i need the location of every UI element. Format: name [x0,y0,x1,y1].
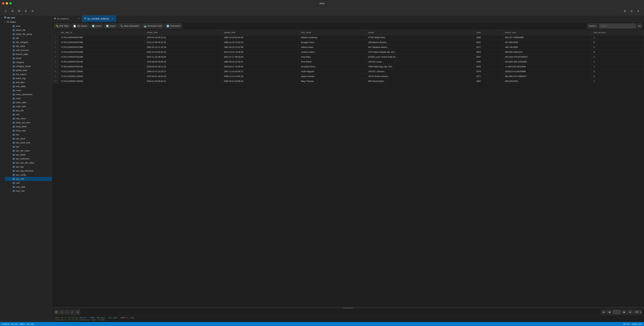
data-generation-button[interactable]: 🔧 Data Generation [118,23,141,28]
search-input[interactable] [599,23,636,28]
sidebar-table-order_addr[interactable]: › order_addr [5,100,52,104]
cell-avatar[interactable]: 136 Warren Branch... [366,40,474,45]
cell-sys_user_id[interactable]: 7175121450343337986 [59,45,144,50]
cell-avatar[interactable]: USCGC Lewis... [366,59,474,64]
bookmarks-button[interactable] [23,8,29,14]
sidebar-table-user_role[interactable]: › user_role [5,189,52,193]
sidebar-table-role[interactable]: › role [5,113,52,117]
tab2-close-button[interactable]: ✕ [111,17,114,20]
cell-phone_num[interactable]: 001-634-470-6279x0017 [503,55,592,59]
cell-phone_num[interactable]: 658.859.1991x525 [503,50,592,55]
cell-code[interactable]: 2004 [474,64,503,69]
col-create_time[interactable]: create_time [144,30,222,35]
sidebar-table-sys_user[interactable]: › sys_user [5,177,52,181]
cell-nick_name[interactable]: Adrian Evans [299,45,366,50]
sidebar-table-auth_account[interactable]: › auth_account [5,48,52,52]
sidebar-table-spu_sku_attr_value[interactable]: › spu_sku_attr_value [5,161,52,165]
cell-update_time[interactable]: 1995-09-22 22:45:01 [222,59,299,64]
cell-code[interactable]: 1977 [474,45,503,50]
sidebar-table-spu_tag_reference[interactable]: › spu_tag_reference [5,169,52,173]
table-row[interactable]: 2 7175121450343337985 2013-12-08 04:21:0… [52,40,644,45]
cell-avatar[interactable]: 3174 Glenn Rapids Apt. 223... [366,50,474,55]
edit-table-button[interactable]: ✏️ Edit Table [54,23,70,28]
cell-create_time[interactable]: 2019-03-23 19:13:22 [144,64,222,69]
cell-avatar[interactable]: 43714 Green Greens... [366,74,474,79]
cell-update_time[interactable]: 2010-10-31 19:46:45 [222,50,299,55]
table-row[interactable]: 10 7175121450351726594 2019-11-29 06:04:… [52,79,644,84]
sidebar-table-shop_cart_item[interactable]: › shop_cart_item [5,121,52,125]
cell-nick_name[interactable]: Amanda Flores [299,64,366,69]
cell-nick_name[interactable]: Kent Fisher [299,59,366,64]
maximize-window-button[interactable] [10,2,12,4]
sidebar-table-spu_attr_value[interactable]: › spu_attr_value [5,149,52,153]
col-nick_name[interactable]: nick_name [299,30,366,35]
connections-button[interactable] [10,8,16,14]
cell-avatar[interactable]: 7644 Patel Keys Apt. 513... [366,64,474,69]
profile-button[interactable] [635,8,641,14]
cell-has_account[interactable]: 1 [592,59,644,64]
cell-avatar[interactable]: USCGC Johnson... [366,69,474,74]
cell-code[interactable]: 2007 [474,55,503,59]
settings-button[interactable] [30,8,36,14]
cell-phone_num[interactable]: (935)315-4126x30898 [503,69,592,74]
sidebar-table-spu_tag[interactable]: › spu_tag [5,165,52,169]
export-button[interactable]: ⬆️ Export [104,23,118,28]
sidebar-table-order_item[interactable]: › order_item [5,104,52,109]
cell-code[interactable]: 1993 [474,59,503,64]
sidebar-table-spu_extension[interactable]: › spu_extension [5,157,52,161]
sidebar-table-attr[interactable]: › attr [5,36,52,40]
information-button[interactable]: ℹ️ Information [165,23,182,28]
sidebar-table-branch_table[interactable]: › branch_table [5,52,52,56]
cell-nick_name[interactable]: Dawn Fuentes [299,74,366,79]
cell-avatar[interactable]: 07307 Molly Point... [366,35,474,40]
sidebar-table-area[interactable]: › area [5,24,52,28]
cell-code[interactable]: 2001 [474,40,503,45]
sidebar-table-attach_file[interactable]: › attach_file [5,28,52,32]
sidebar-table-shop_detail[interactable]: › shop_detail [5,125,52,129]
cell-phone_num[interactable]: 001-683-329-1235x926 [503,59,592,64]
next-page-button[interactable]: ▶ [622,310,627,315]
cell-has_account[interactable]: 0 [592,50,644,55]
col-update_time[interactable]: update_time [222,30,299,35]
sidebar-table-sku_stock_lock[interactable]: › sku_stock_lock [5,141,52,145]
cell-code[interactable]: 1971 [474,74,503,79]
cell-sys_user_id[interactable]: 7175121450351726592 [59,69,144,74]
cell-has_account[interactable]: 1 [592,35,644,40]
cancel-button[interactable]: ⊙ [76,310,80,315]
cell-sys_user_id[interactable]: 7175121450347532291 [59,64,144,69]
table-row[interactable]: 8 7175121450351726592 1999-10-10 22:24:1… [52,69,644,74]
sql-query-button[interactable]: 📄 SQL Query [72,23,89,28]
table-row[interactable]: 3 7175121450343337986 2002-01-15 11:31:4… [52,45,644,50]
sidebar-table-menu_permission[interactable]: › menu_permission [5,92,52,96]
sidebar-table-global_table[interactable]: › global_table [5,68,52,72]
cell-create_time[interactable]: 1979-09-04 20:05:34 [144,59,222,64]
cell-has_account[interactable]: 2 [592,45,644,50]
col-phone_num[interactable]: phone_num [503,30,592,35]
sidebar-table-hot_search[interactable]: › hot_search [5,72,52,76]
page-size-select[interactable]: 100 50 200 500 [634,310,642,315]
first-page-button[interactable]: ⏮ [601,310,606,315]
sidebar-table-pay_info[interactable]: › pay_info [5,109,52,113]
sidebar-table-index_img[interactable]: › index_img [5,76,52,80]
cell-has_account[interactable]: 1 [592,64,644,69]
sidebar-db-item[interactable]: ▾ db_test [0,15,52,20]
col-sys_user_id[interactable]: sys_user_id [59,30,144,35]
cell-phone_num[interactable]: 001-846-275-1598x577 [503,74,592,79]
sidebar-table-category_brand[interactable]: › category_brand [5,64,52,68]
refresh-button[interactable] [54,310,59,315]
generate-code-button[interactable]: 💻 Generate Code [142,23,164,28]
cell-has_account[interactable]: 2 [592,69,644,74]
close-window-button[interactable] [2,2,4,4]
table-row[interactable]: 1 7175121450343337984 1970-02-18 00:16:3… [52,35,644,40]
cell-create_time[interactable]: 2019-11-29 06:04:21 [144,79,222,84]
nav-back-button[interactable] [3,8,9,14]
sidebar-table-role_menu[interactable]: › role_menu [5,117,52,121]
sidebar-tables-item[interactable]: ▾ Tables [3,20,52,24]
sidebar-table-user_addr[interactable]: › user_addr [5,185,52,189]
cell-avatar[interactable]: 447 Natasha Harbor... [366,45,474,50]
sidebar-table-user[interactable]: › user [5,181,52,185]
tab-db-test[interactable]: db_test[local... ✕ [52,15,82,22]
search-dropdown[interactable]: Search ▾ [587,23,598,28]
notifications-button[interactable] [622,8,628,14]
table-row[interactable]: 7 7175121450347532291 2019-03-23 19:13:2… [52,64,644,69]
